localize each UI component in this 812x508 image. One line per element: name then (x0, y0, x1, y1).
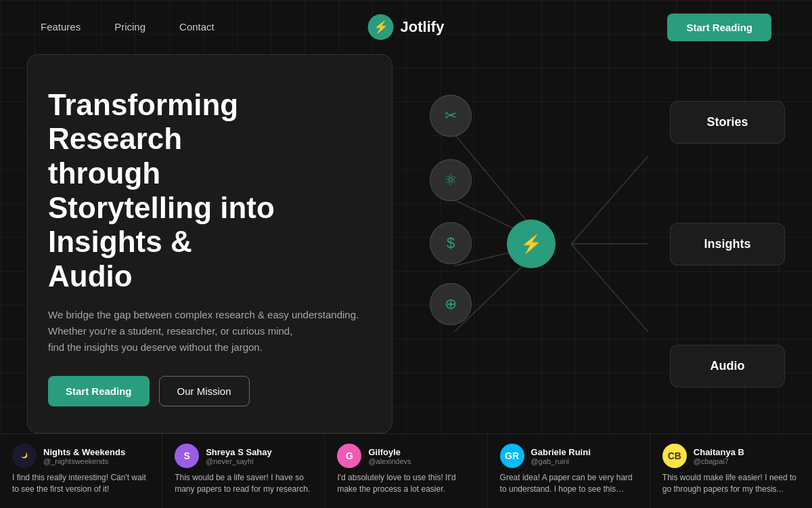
node-dollar: $ (430, 222, 472, 264)
hero-title: Transforming Research through Storytelli… (48, 88, 378, 294)
hero-description: We bridge the gap between complex resear… (48, 307, 378, 356)
testimonial-handle-2: @never_sayhi (206, 457, 272, 465)
hero-buttons: Start Reading Our Mission (48, 376, 378, 406)
diagram-area: ✂ ⚛ $ ⊕ ⚡ (392, 54, 670, 433)
feature-card-stories: Stories (670, 101, 785, 144)
logo: ⚡ Jotlify (368, 14, 445, 40)
navbar: Features Pricing Contact ⚡ Jotlify Start… (0, 0, 812, 54)
svg-line-4 (571, 156, 648, 244)
testimonial-header-3: G Gilfoyle @alexindevs (337, 444, 474, 468)
testimonial-2: S Shreya S Sahay @never_sayhi This would… (162, 434, 325, 508)
feature-cards: Stories Insights Audio (670, 54, 785, 433)
avatar-2: S (175, 444, 199, 468)
logo-text: Jotlify (401, 18, 445, 36)
testimonial-4: GR Gabriele Ruini @gab_ruini Great idea!… (488, 434, 650, 508)
start-reading-hero-button[interactable]: Start Reading (48, 376, 150, 406)
testimonial-header-1: 🌙 Nights & Weekends @_nightsweekends (12, 444, 150, 468)
testimonial-handle-1: @_nightsweekends (43, 457, 125, 465)
testimonial-handle-3: @alexindevs (368, 457, 411, 465)
testimonial-header-2: S Shreya S Sahay @never_sayhi (175, 444, 312, 468)
main-content: Transforming Research through Storytelli… (0, 54, 812, 433)
nav-links: Features Pricing Contact (41, 21, 215, 33)
avatar-3: G (337, 444, 361, 468)
hero-section: Transforming Research through Storytelli… (27, 54, 392, 433)
testimonial-text-2: This would be a life saver! I have so ma… (175, 472, 312, 495)
nav-contact[interactable]: Contact (179, 21, 215, 33)
testimonial-text-5: This would make life easier! I need to g… (662, 472, 800, 495)
testimonials-row: 🌙 Nights & Weekends @_nightsweekends I f… (0, 433, 812, 508)
testimonial-text-4: Great idea! A paper can be very hard to … (500, 472, 637, 495)
testimonial-name-4: Gabriele Ruini (531, 447, 591, 457)
testimonial-text-1: I find this really interesting! Can't wa… (12, 472, 150, 495)
start-reading-nav-button[interactable]: Start Reading (667, 14, 771, 41)
node-atom: ⚛ (430, 159, 472, 201)
nav-features[interactable]: Features (41, 21, 81, 33)
testimonial-header-5: CB Chaitanya B @cbajpai7 (662, 444, 800, 468)
testimonial-name-1: Nights & Weekends (43, 447, 125, 457)
avatar-4: GR (500, 444, 524, 468)
testimonial-name-5: Chaitanya B (694, 447, 744, 457)
testimonial-1: 🌙 Nights & Weekends @_nightsweekends I f… (0, 434, 162, 508)
node-scissors: ✂ (430, 95, 472, 137)
testimonial-handle-5: @cbajpai7 (694, 457, 744, 465)
feature-card-audio: Audio (670, 345, 785, 387)
avatar-1: 🌙 (12, 444, 37, 468)
testimonial-text-3: I'd absolutely love to use this! It'd ma… (337, 472, 474, 495)
our-mission-button[interactable]: Our Mission (159, 376, 250, 406)
testimonial-5: CB Chaitanya B @cbajpai7 This would make… (650, 434, 812, 508)
logo-icon: ⚡ (368, 14, 394, 40)
testimonial-header-4: GR Gabriele Ruini @gab_ruini (500, 444, 637, 468)
testimonial-3: G Gilfoyle @alexindevs I'd absolutely lo… (325, 434, 487, 508)
avatar-5: CB (662, 444, 687, 468)
testimonial-handle-4: @gab_ruini (531, 457, 591, 465)
testimonial-name-2: Shreya S Sahay (206, 447, 272, 457)
center-node: ⚡ (507, 219, 556, 268)
testimonial-name-3: Gilfoyle (368, 447, 411, 457)
nav-pricing[interactable]: Pricing (114, 21, 145, 33)
svg-line-6 (571, 244, 648, 331)
node-plus: ⊕ (430, 283, 472, 325)
feature-card-insights: Insights (670, 223, 785, 266)
